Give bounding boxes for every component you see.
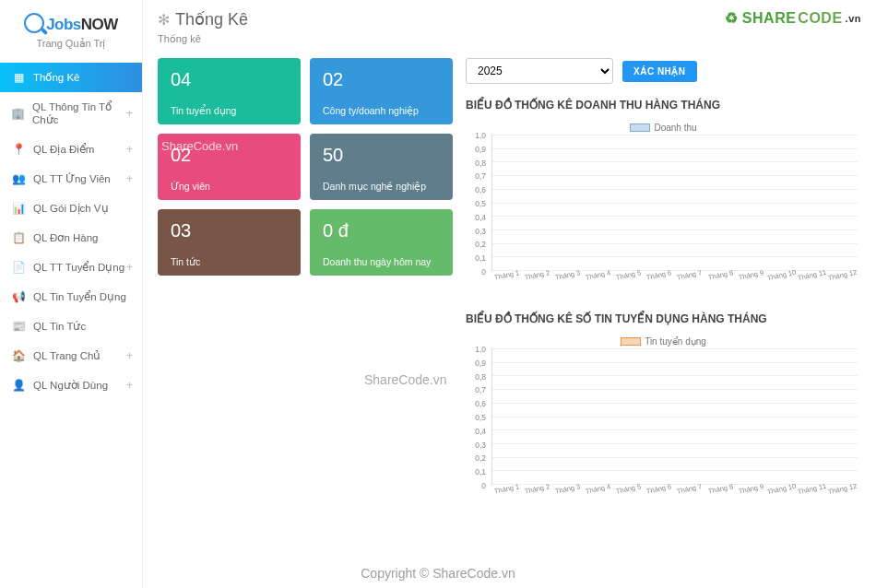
- logo-text-dark: NOW: [81, 16, 118, 33]
- y-tick: 0,2: [475, 240, 486, 249]
- expand-icon: +: [126, 107, 133, 120]
- card-label: Công ty/doanh nghiệp: [323, 105, 440, 116]
- chart2-legend: Tin tuyển dụng: [466, 336, 861, 347]
- sidebar-item-7[interactable]: 📢QL Tin Tuyển Dụng: [0, 282, 142, 312]
- card-label: Ứng viên: [171, 181, 288, 192]
- sidebar-icon: 👥: [11, 172, 26, 185]
- card-value: 03: [171, 220, 288, 241]
- sidebar-label: QL TT Ứng Viên: [33, 172, 111, 185]
- y-tick: 0,8: [475, 372, 486, 382]
- stat-card-4[interactable]: 03Tin tức: [158, 209, 301, 276]
- sidebar-item-10[interactable]: 👤QL Người Dùng+: [0, 370, 142, 400]
- chart2-title: BIỂU ĐỒ THỐNG KÊ SỐ TIN TUYỂN DỤNG HÀNG …: [466, 312, 861, 325]
- page-title-text: Thống Kê: [175, 9, 248, 29]
- chart1: Doanh thu 1,00,90,80,70,60,50,40,30,20,1…: [466, 123, 861, 298]
- card-value: 50: [323, 145, 440, 166]
- y-tick: 0,1: [475, 467, 486, 476]
- breadcrumb: Thống kê: [158, 33, 248, 45]
- sidebar-label: QL Trang Chủ: [33, 349, 101, 362]
- sidebar-label: QL Đơn Hàng: [33, 231, 99, 244]
- y-tick: 0: [481, 267, 486, 276]
- sidebar-icon: 📄: [11, 261, 26, 274]
- stat-card-3[interactable]: 50Danh mục nghề nghiệp: [310, 134, 453, 200]
- y-tick: 0,6: [475, 399, 486, 408]
- chart1-title: BIỂU ĐỒ THỐNG KÊ DOANH THU HÀNG THÁNG: [466, 99, 861, 112]
- y-tick: 0,2: [475, 453, 486, 463]
- chart2-plot: [491, 348, 858, 485]
- stat-card-1[interactable]: 02Công ty/doanh nghiệp: [310, 58, 453, 124]
- main: ✻ Thống Kê Thống kê ♻ SHARECODE.vn 04Tin…: [143, 0, 876, 588]
- chart1-legend-swatch: [630, 123, 650, 132]
- stat-card-2[interactable]: ShareCode.vn02Ứng viên: [158, 134, 301, 200]
- sidebar-icon: 📍: [11, 143, 26, 156]
- logo-text-blue: Jobs: [46, 16, 81, 33]
- expand-icon: +: [126, 172, 133, 185]
- sidebar-label: QL Tin Tức: [33, 320, 86, 333]
- card-label: Danh mục nghề nghiệp: [323, 181, 440, 192]
- sidebar: JobsNOW Trang Quản Trị ▦Thống Kê🏢QL Thôn…: [0, 0, 143, 588]
- wm-code: CODE: [798, 10, 842, 27]
- y-tick: 0,7: [475, 385, 486, 394]
- sidebar-icon: 🏢: [11, 107, 25, 120]
- sidebar-icon: 📋: [11, 231, 26, 244]
- sidebar-item-8[interactable]: 📰QL Tin Tức: [0, 312, 142, 341]
- chart2: Tin tuyển dụng 1,00,90,80,70,60,50,40,30…: [466, 336, 861, 512]
- y-tick: 0,3: [475, 227, 486, 236]
- stat-card-5[interactable]: 0 đDoanh thu ngày hôm nay: [310, 209, 453, 276]
- y-tick: 1,0: [475, 131, 486, 140]
- spinner-icon: ✻: [158, 11, 170, 29]
- sidebar-item-0[interactable]: ▦Thống Kê: [0, 63, 142, 92]
- logo-icon: [24, 13, 44, 33]
- expand-icon: +: [126, 143, 133, 156]
- stat-cards: 04Tin tuyển dụng02Công ty/doanh nghiệpSh…: [158, 58, 453, 512]
- stat-card-0[interactable]: 04Tin tuyển dụng: [158, 58, 301, 124]
- y-tick: 0,3: [475, 441, 486, 450]
- y-tick: 0: [481, 481, 486, 490]
- card-label: Tin tuyển dụng: [171, 105, 288, 116]
- sidebar-item-4[interactable]: 📊QL Gói Dịch Vụ: [0, 194, 142, 223]
- logo: JobsNOW: [0, 0, 142, 38]
- sidebar-item-9[interactable]: 🏠QL Trang Chủ+: [0, 341, 142, 370]
- sidebar-item-5[interactable]: 📋QL Đơn Hàng: [0, 223, 142, 253]
- y-tick: 0,6: [475, 185, 486, 194]
- card-value: 04: [171, 69, 288, 90]
- y-tick: 0,5: [475, 199, 486, 208]
- y-tick: 0,9: [475, 359, 486, 368]
- confirm-button[interactable]: XÁC NHẬN: [622, 61, 697, 82]
- card-value: 02: [323, 69, 440, 90]
- watermark-top: ♻ SHARECODE.vn: [725, 9, 861, 27]
- expand-icon: +: [126, 261, 133, 274]
- card-value: 02: [171, 145, 288, 166]
- sidebar-label: QL Tin Tuyển Dụng: [33, 290, 126, 303]
- card-value: 0 đ: [323, 220, 440, 241]
- wm-vn: .vn: [846, 13, 861, 24]
- sidebar-item-1[interactable]: 🏢QL Thông Tin Tổ Chức+: [0, 92, 142, 135]
- sidebar-label: QL Gói Dịch Vụ: [33, 202, 109, 215]
- chart1-legend: Doanh thu: [466, 123, 861, 133]
- y-tick: 0,1: [475, 253, 486, 263]
- wm-share: SHARE: [742, 10, 797, 27]
- y-tick: 1,0: [475, 345, 486, 354]
- sidebar-icon: 📰: [11, 320, 26, 333]
- sidebar-icon: 👤: [11, 379, 26, 392]
- card-label: Tin tức: [171, 256, 288, 267]
- sidebar-item-6[interactable]: 📄QL TT Tuyển Dụng+: [0, 253, 142, 282]
- y-tick: 0,4: [475, 213, 486, 222]
- expand-icon: +: [126, 379, 133, 392]
- sidebar-item-3[interactable]: 👥QL TT Ứng Viên+: [0, 164, 142, 194]
- recycle-icon: ♻: [725, 9, 739, 27]
- sidebar-label: QL Thông Tin Tổ Chức: [32, 100, 126, 126]
- sidebar-nav: ▦Thống Kê🏢QL Thông Tin Tổ Chức+📍QL Địa Đ…: [0, 63, 142, 400]
- chart1-plot: [491, 135, 858, 271]
- y-tick: 0,7: [475, 171, 486, 181]
- sidebar-icon: 🏠: [11, 349, 26, 362]
- sidebar-label: Thống Kê: [33, 71, 79, 84]
- expand-icon: +: [126, 349, 133, 362]
- sidebar-item-2[interactable]: 📍QL Địa Điểm+: [0, 135, 142, 164]
- y-tick: 0,5: [475, 413, 486, 422]
- sidebar-icon: ▦: [11, 71, 26, 84]
- sidebar-label: QL TT Tuyển Dụng: [33, 261, 124, 274]
- y-tick: 0,4: [475, 427, 486, 436]
- chart2-legend-swatch: [621, 337, 641, 346]
- year-select[interactable]: 2025: [466, 58, 613, 84]
